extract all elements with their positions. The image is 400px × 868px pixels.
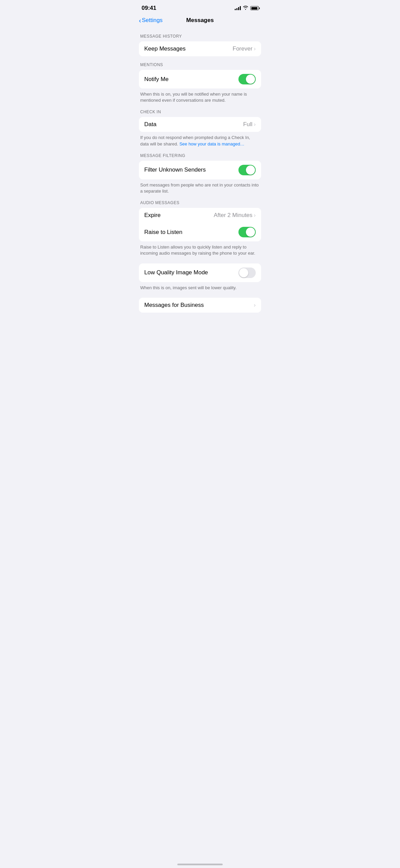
section-header-message-history: MESSAGE HISTORY: [133, 28, 267, 41]
section-header-audio-messages: AUDIO MESSAGES: [133, 194, 267, 208]
settings-group-audio-messages: Expire After 2 Minutes › Raise to Listen: [139, 208, 261, 241]
settings-group-check-in: Data Full ›: [139, 117, 261, 132]
expire-label: Expire: [144, 212, 161, 219]
raise-to-listen-label: Raise to Listen: [144, 229, 182, 236]
notify-me-label: Notify Me: [144, 76, 169, 83]
section-header-message-filtering: MESSAGE FILTERING: [133, 147, 267, 161]
page-title: Messages: [186, 17, 214, 24]
setting-row-expire[interactable]: Expire After 2 Minutes ›: [139, 208, 261, 223]
raise-to-listen-toggle[interactable]: [238, 227, 256, 237]
toggle-thumb: [246, 165, 255, 175]
settings-group-message-history: Keep Messages Forever ›: [139, 41, 261, 56]
back-label: Settings: [142, 17, 163, 24]
settings-content: MESSAGE HISTORY Keep Messages Forever › …: [133, 28, 267, 344]
settings-group-image-mode: Low Quality Image Mode: [139, 263, 261, 282]
check-in-note: If you do not respond when prompted duri…: [133, 132, 267, 147]
mentions-note: When this is on, you will be notified wh…: [133, 88, 267, 103]
setting-row-low-quality-image-mode: Low Quality Image Mode: [139, 263, 261, 282]
low-quality-image-mode-toggle[interactable]: [238, 268, 256, 278]
notify-me-toggle[interactable]: [238, 74, 256, 84]
wifi-icon: [243, 5, 248, 11]
filter-unknown-senders-toggle[interactable]: [238, 165, 256, 175]
messages-for-business-label: Messages for Business: [144, 302, 204, 309]
data-label: Data: [144, 121, 156, 128]
chevron-left-icon: ‹: [139, 17, 141, 24]
setting-row-filter-unknown-senders: Filter Unknown Senders: [139, 161, 261, 179]
back-button[interactable]: ‹ Settings: [139, 17, 163, 24]
status-time: 09:41: [142, 5, 156, 12]
chevron-right-icon: ›: [254, 302, 256, 309]
setting-row-messages-for-business[interactable]: Messages for Business ›: [139, 298, 261, 313]
audio-messages-note: Raise to Listen allows you to quickly li…: [133, 241, 267, 256]
setting-row-raise-to-listen: Raise to Listen: [139, 223, 261, 241]
image-mode-note: When this is on, images sent will be low…: [133, 282, 267, 291]
chevron-right-icon: ›: [254, 212, 256, 219]
signal-icon: [235, 6, 241, 10]
settings-group-business: Messages for Business ›: [139, 298, 261, 313]
low-quality-image-mode-label: Low Quality Image Mode: [144, 269, 208, 276]
filter-unknown-senders-label: Filter Unknown Senders: [144, 166, 206, 173]
setting-row-data[interactable]: Data Full ›: [139, 117, 261, 132]
status-icons: [235, 5, 260, 11]
data-value: Full ›: [243, 121, 256, 128]
section-header-mentions: MENTIONS: [133, 56, 267, 70]
messages-for-business-value: ›: [254, 302, 256, 309]
setting-row-notify-me: Notify Me: [139, 70, 261, 88]
toggle-thumb: [239, 268, 248, 277]
check-in-link[interactable]: See how your data is managed…: [180, 141, 245, 146]
settings-group-mentions: Notify Me: [139, 70, 261, 88]
settings-group-message-filtering: Filter Unknown Senders: [139, 161, 261, 179]
setting-row-keep-messages[interactable]: Keep Messages Forever ›: [139, 41, 261, 56]
toggle-thumb: [246, 75, 255, 84]
section-header-check-in: CHECK IN: [133, 103, 267, 117]
chevron-right-icon: ›: [254, 121, 256, 128]
toggle-thumb: [246, 228, 255, 237]
battery-icon: [250, 6, 260, 10]
message-filtering-note: Sort messages from people who are not in…: [133, 179, 267, 194]
nav-header: ‹ Settings Messages: [133, 14, 267, 28]
keep-messages-label: Keep Messages: [144, 45, 186, 52]
status-bar: 09:41: [133, 0, 267, 14]
expire-value: After 2 Minutes ›: [214, 212, 256, 219]
keep-messages-value: Forever ›: [233, 45, 256, 52]
chevron-right-icon: ›: [254, 45, 256, 52]
